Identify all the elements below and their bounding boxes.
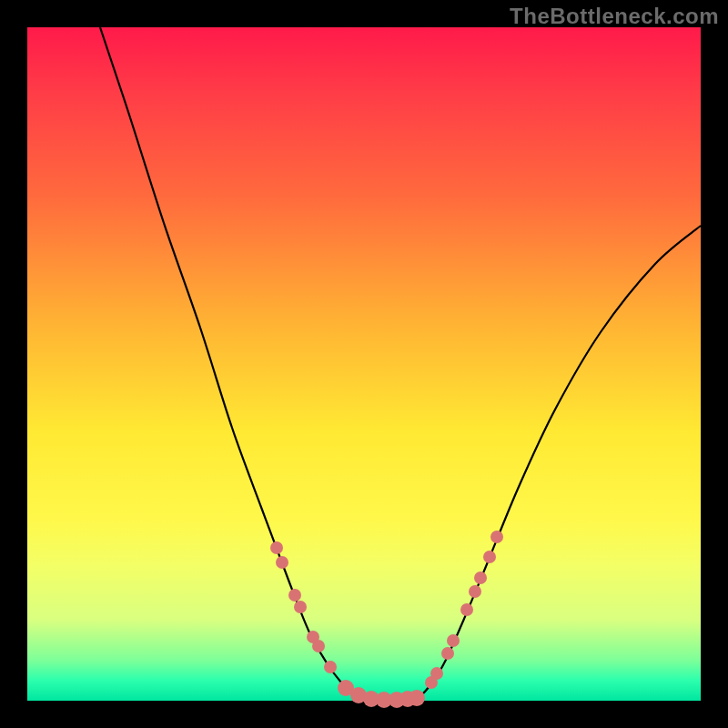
data-dot — [430, 667, 443, 680]
chart-svg — [27, 27, 701, 701]
data-dot — [447, 634, 460, 647]
bottleneck-curve — [100, 27, 701, 701]
data-dot — [474, 571, 487, 584]
data-dot — [270, 541, 283, 554]
data-dot — [324, 661, 337, 673]
data-dots — [270, 531, 503, 708]
data-dot — [294, 601, 307, 613]
data-dot — [276, 556, 288, 569]
outer-frame: TheBottleneck.com — [0, 0, 728, 728]
data-dot — [312, 640, 325, 652]
data-dot — [288, 589, 301, 602]
data-dot — [460, 603, 473, 616]
data-dot — [490, 531, 503, 543]
plot-area — [27, 27, 701, 701]
data-dot — [441, 647, 454, 660]
watermark-text: TheBottleneck.com — [510, 4, 719, 29]
data-dot — [483, 551, 496, 563]
data-dot — [409, 690, 425, 706]
data-dot — [469, 585, 481, 598]
